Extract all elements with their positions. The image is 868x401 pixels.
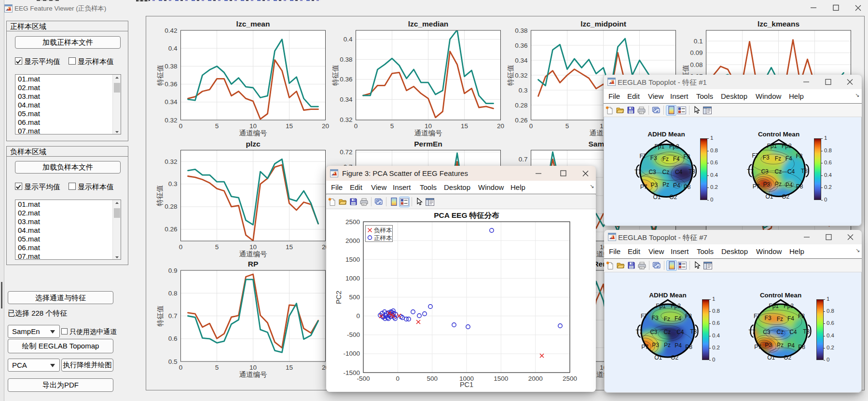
svg-text:F8: F8 bbox=[796, 153, 802, 160]
svg-text:O1: O1 bbox=[653, 194, 661, 200]
svg-text:F8: F8 bbox=[683, 153, 690, 160]
svg-text:Fp2: Fp2 bbox=[782, 143, 792, 149]
svg-text:P4: P4 bbox=[673, 182, 680, 189]
svg-text:C3: C3 bbox=[648, 169, 656, 175]
svg-text:F4: F4 bbox=[673, 156, 680, 162]
svg-text:O2: O2 bbox=[669, 194, 677, 200]
svg-text:P7: P7 bbox=[640, 184, 648, 190]
svg-text:Fz: Fz bbox=[775, 155, 781, 162]
svg-text:F4: F4 bbox=[785, 155, 792, 162]
svg-text:T7: T7 bbox=[634, 169, 641, 175]
svg-text:P3: P3 bbox=[763, 181, 771, 188]
svg-text:P4: P4 bbox=[785, 182, 793, 188]
svg-text:F3: F3 bbox=[650, 155, 657, 161]
svg-text:P8: P8 bbox=[796, 183, 803, 190]
svg-text:Cz: Cz bbox=[662, 169, 670, 175]
svg-text:F3: F3 bbox=[763, 154, 770, 161]
svg-text:T8: T8 bbox=[801, 168, 808, 174]
svg-text:P7: P7 bbox=[753, 183, 760, 190]
svg-text:C3: C3 bbox=[761, 168, 769, 175]
svg-text:O1: O1 bbox=[765, 193, 773, 200]
svg-text:O2: O2 bbox=[782, 193, 789, 200]
svg-text:T7: T7 bbox=[747, 168, 754, 175]
svg-text:Fp1: Fp1 bbox=[654, 143, 664, 150]
svg-text:Cz: Cz bbox=[775, 168, 782, 175]
svg-text:P8: P8 bbox=[684, 184, 691, 190]
svg-text:C4: C4 bbox=[787, 168, 795, 175]
svg-text:T8: T8 bbox=[689, 168, 695, 175]
svg-text:C4: C4 bbox=[675, 169, 683, 175]
svg-text:Pz: Pz bbox=[775, 181, 782, 187]
svg-text:P3: P3 bbox=[651, 182, 658, 188]
svg-text:F7: F7 bbox=[639, 153, 646, 160]
svg-text:Pz: Pz bbox=[662, 181, 669, 188]
svg-text:Fp2: Fp2 bbox=[669, 143, 679, 150]
svg-text:Fz: Fz bbox=[662, 156, 669, 162]
svg-text:Fp1: Fp1 bbox=[767, 143, 777, 149]
svg-text:F7: F7 bbox=[752, 152, 758, 159]
